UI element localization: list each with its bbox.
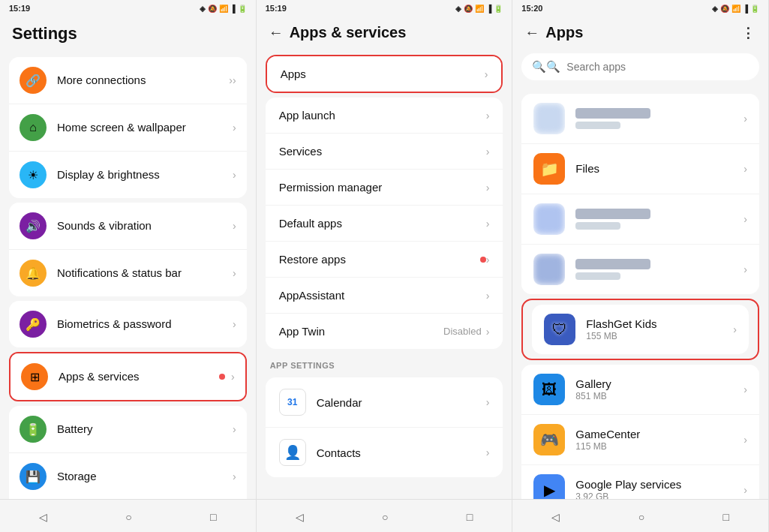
nav-back-3[interactable]: [539, 506, 572, 527]
menu-item-apps[interactable]: Apps ›: [267, 56, 502, 92]
settings-item-home-screen[interactable]: ⌂ Home screen & wallpaper ›: [9, 104, 247, 152]
app-blurred-3-name: [575, 259, 650, 269]
app-item-gamecenter[interactable]: 🎮 GameCenter 115 MB ›: [521, 415, 759, 465]
battery-status-icon-3: 🔋: [750, 5, 759, 13]
app-item-app-blurred-1[interactable]: ›: [521, 94, 759, 144]
menu-item-default-apps[interactable]: Default apps ›: [266, 206, 503, 242]
nav-bar-1: [0, 499, 256, 532]
sounds-icon: 🔊: [20, 212, 47, 239]
apps-services-panel: 15:19 ◈ 🔕 📶 ▐ 🔋 ← Apps & services Apps ›…: [257, 0, 513, 532]
apps-menu-item-selected[interactable]: Apps ›: [266, 55, 503, 93]
app-blurred-3-size: [575, 272, 620, 280]
sounds-label: Sounds & vibration: [57, 219, 152, 232]
settings-group-3: 🔑 Biometrics & password ›: [9, 301, 247, 347]
home-screen-icon: ⌂: [20, 114, 47, 141]
chevron-icon: ›: [485, 68, 488, 80]
app-item-app-blurred-2[interactable]: ›: [521, 194, 759, 245]
apps-services-dot: [219, 374, 225, 380]
app-twin-value: Disabled: [443, 326, 482, 337]
menu-item-services[interactable]: Services ›: [266, 134, 503, 170]
apps-list: › 📁 Files › ›: [512, 86, 768, 499]
google-play-services-icon: ▶: [533, 474, 565, 499]
more-connections-label: More connections: [57, 74, 146, 86]
app-blurred-2-size: [575, 222, 620, 230]
more-connections-icon: 🔗: [20, 67, 47, 94]
nav-square-3[interactable]: [710, 506, 740, 527]
search-input[interactable]: [566, 61, 749, 73]
app-item-files[interactable]: 📁 Files ›: [521, 144, 759, 194]
settings-item-apps-services[interactable]: ⊞ Apps & services ›: [11, 353, 245, 400]
app-item-flashget-kids[interactable]: 🛡 FlashGet Kids 155 MB ›: [532, 305, 749, 354]
chevron-icon: ›: [233, 318, 236, 330]
apps-services-menu-group: App launch › Services › Permission manag…: [266, 98, 503, 349]
app-item-google-play-services[interactable]: ▶ Google Play services 3.92 GB ›: [521, 465, 759, 499]
nav-home-3[interactable]: [626, 506, 656, 527]
chevron-icon: ›: [743, 113, 747, 125]
app-blurred-1-size: [575, 122, 620, 129]
settings-item-sounds[interactable]: 🔊 Sounds & vibration ›: [9, 203, 247, 250]
storage-label: Storage: [57, 470, 97, 482]
menu-item-permission-manager[interactable]: Permission manager ›: [266, 170, 503, 206]
mute-icon: 🔕: [208, 5, 217, 13]
menu-item-app-launch[interactable]: App launch ›: [266, 98, 503, 134]
settings-item-more-connections[interactable]: 🔗 More connections ›: [9, 57, 247, 104]
notifications-icon: 🔔: [20, 260, 47, 287]
gallery-icon: 🖼: [533, 374, 565, 405]
search-bar[interactable]: 🔍: [521, 53, 759, 80]
apps-services-icon: ⊞: [21, 363, 48, 390]
google-play-services-size: 3.92 GB: [575, 491, 743, 499]
contacts-icon: 👤: [279, 439, 306, 466]
back-button-2[interactable]: ←: [269, 24, 284, 41]
chevron-icon: ›: [743, 434, 747, 446]
chevron-icon: ›: [486, 326, 490, 338]
settings-item-biometrics[interactable]: 🔑 Biometrics & password ›: [9, 301, 247, 347]
app-settings-item-contacts[interactable]: 👤 Contacts ›: [266, 428, 503, 477]
app-item-app-blurred-3[interactable]: ›: [521, 245, 759, 294]
settings-panel: 15:19 ◈ 🔕 📶 ▐ 🔋 Settings 🔗 More connecti…: [0, 0, 257, 532]
more-options-icon[interactable]: ⋮: [741, 25, 756, 41]
nav-back-2[interactable]: [284, 506, 316, 527]
settings-item-battery[interactable]: 🔋 Battery ›: [9, 406, 247, 453]
wifi-icon-2: 📶: [475, 5, 484, 13]
home-screen-label: Home screen & wallpaper: [57, 121, 186, 134]
signal-icon: ▐: [230, 5, 236, 13]
nav-square-2[interactable]: [455, 506, 485, 527]
nav-home-1[interactable]: [113, 506, 143, 527]
settings-item-display[interactable]: ☀ Display & brightness ›: [9, 152, 247, 198]
menu-item-restore-apps[interactable]: Restore apps ›: [266, 242, 503, 278]
chevron-icon: ›: [233, 423, 236, 435]
gallery-name: Gallery: [575, 377, 743, 390]
apps-label: Apps: [281, 68, 485, 80]
settings-item-storage[interactable]: 💾 Storage ›: [9, 453, 247, 499]
chevron-icon: ›: [743, 263, 747, 275]
apps-header: ← Apps ⋮: [512, 17, 768, 47]
display-label: Display & brightness: [57, 168, 160, 181]
flashget-kids-name: FlashGet Kids: [586, 317, 733, 330]
menu-item-appassistant[interactable]: AppAssistant ›: [266, 278, 503, 314]
location-icon: ◈: [200, 5, 206, 13]
gamecenter-name: GameCenter: [575, 428, 743, 440]
apps-selected-group: 🛡 FlashGet Kids 155 MB ›: [532, 305, 749, 354]
back-button-3[interactable]: ←: [524, 24, 539, 41]
flashget-kids-selected[interactable]: 🛡 FlashGet Kids 155 MB ›: [521, 299, 759, 360]
nav-square-1[interactable]: [198, 506, 228, 527]
settings-group-1: 🔗 More connections › ⌂ Home screen & wal…: [9, 57, 247, 198]
battery-label: Battery: [57, 422, 93, 435]
settings-item-notifications[interactable]: 🔔 Notifications & status bar ›: [9, 250, 247, 296]
settings-item-apps-services-selected[interactable]: ⊞ Apps & services ›: [9, 352, 247, 401]
apps-services-title: Apps & services: [290, 24, 500, 41]
menu-item-app-twin[interactable]: App Twin Disabled ›: [266, 314, 503, 349]
app-settings-item-calendar[interactable]: 31 Calendar ›: [266, 377, 503, 428]
app-item-gallery[interactable]: 🖼 Gallery 851 MB ›: [521, 365, 759, 415]
files-icon: 📁: [533, 153, 565, 185]
app-twin-label: App Twin: [279, 325, 443, 338]
restore-apps-dot: [480, 257, 486, 263]
nav-back-1[interactable]: [27, 506, 59, 527]
battery-status-icon: 🔋: [238, 5, 247, 13]
services-label: Services: [279, 145, 486, 158]
wifi-icon: 📶: [219, 5, 228, 13]
chevron-icon: ›: [486, 446, 490, 458]
app-settings-section-label: APP SETTINGS: [257, 353, 512, 373]
nav-home-2[interactable]: [370, 506, 400, 527]
location-icon-3: ◈: [712, 5, 718, 13]
